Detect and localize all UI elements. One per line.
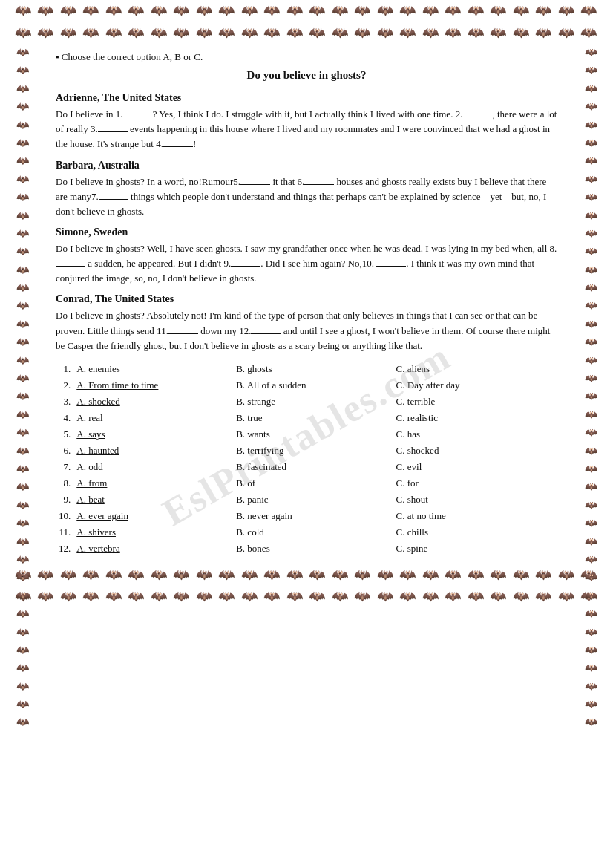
option-c: C. chills [393,524,557,541]
table-row: 2.A. From time to timeB. All of a sudden… [56,377,557,394]
table-row: 11.A. shiversB. coldC. chills [56,524,557,541]
option-b: B. strange [233,394,393,410]
main-title: Do you believe in ghosts? [56,69,557,82]
option-a: A. From time to time [73,377,233,394]
section-title-conrad: Conrad, The United States [56,293,557,305]
table-row: 4.A. realB. trueC. realistic [56,410,557,426]
table-row: 5.A. saysB. wantsC. has [56,426,557,443]
bottom-bat-border-1: 🦇 🦇 🦇 🦇 🦇 🦇 🦇 🦇 🦇 🦇 🦇 🦇 🦇 🦇 🦇 🦇 🦇 🦇 🦇 🦇 … [0,564,613,587]
side-bats-right: 🦇🦇🦇 🦇🦇🦇 🦇🦇🦇 🦇🦇🦇 🦇🦇🦇 🦇🦇🦇 🦇🦇🦇 🦇🦇🦇 🦇🦇🦇 🦇🦇🦇 … [568,45,613,823]
option-b: B. fascinated [233,459,393,475]
question-number: 10. [56,508,73,524]
option-a: A. from [73,475,233,492]
option-c: C. shout [393,492,557,508]
table-row: 7.A. oddB. fascinatedC. evil [56,459,557,475]
table-row: 6.A. hauntedB. terrifyingC. shocked [56,443,557,459]
option-c: C. at no time [393,508,557,524]
bottom-bat-border-2: 🦇 🦇 🦇 🦇 🦇 🦇 🦇 🦇 🦇 🦇 🦇 🦇 🦇 🦇 🦇 🦇 🦇 🦇 🦇 🦇 … [0,586,613,608]
option-a: A. real [73,410,233,426]
option-c: C. terrible [393,394,557,410]
question-number: 8. [56,475,73,492]
option-b: B. true [233,410,393,426]
option-c: C. for [393,475,557,492]
section-title-adrienne: Adrienne, The United States [56,92,557,104]
table-row: 10.A. ever againB. never againC. at no t… [56,508,557,524]
option-a: A. enemies [73,361,233,377]
option-b: B. panic [233,492,393,508]
option-a: A. shocked [73,394,233,410]
table-row: 1.A. enemiesB. ghostsC. aliens [56,361,557,377]
section-text-adrienne: Do I believe in 1.? Yes, I think I do. I… [56,107,557,151]
option-b: B. cold [233,524,393,541]
section-text-barbara: Do I believe in ghosts? In a word, no!Ru… [56,174,557,219]
main-content: Choose the correct option A, B or C. Do … [48,44,565,564]
section-text-conrad: Do I believe in ghosts? Absolutely not! … [56,308,557,353]
option-b: B. wants [233,426,393,443]
section-title-simone: Simone, Sweden [56,226,557,238]
option-b: B. terrifying [233,443,393,459]
option-c: C. aliens [393,361,557,377]
option-c: C. has [393,426,557,443]
question-number: 4. [56,410,73,426]
section-text-simone: Do I believe in ghosts? Well, I have see… [56,241,557,286]
question-number: 5. [56,426,73,443]
question-number: 3. [56,394,73,410]
section-title-barbara: Barbara, Australia [56,160,557,172]
option-a: A. beat [73,492,233,508]
question-number: 9. [56,492,73,508]
option-a: A. ever again [73,508,233,524]
option-b: B. ghosts [233,361,393,377]
table-row: 8.A. fromB. ofC. for [56,475,557,492]
top-bat-border-1: 🦇 🦇 🦇 🦇 🦇 🦇 🦇 🦇 🦇 🦇 🦇 🦇 🦇 🦇 🦇 🦇 🦇 🦇 🦇 🦇 … [0,0,613,22]
question-number: 12. [56,541,73,557]
option-c: C. spine [393,541,557,557]
option-c: C. realistic [393,410,557,426]
questions-table: 1.A. enemiesB. ghostsC. aliens2.A. From … [56,361,557,557]
option-b: B. of [233,475,393,492]
option-c: C. Day after day [393,377,557,394]
question-number: 7. [56,459,73,475]
top-bat-border-2: 🦇 🦇 🦇 🦇 🦇 🦇 🦇 🦇 🦇 🦇 🦇 🦇 🦇 🦇 🦇 🦇 🦇 🦇 🦇 🦇 … [0,22,613,45]
question-number: 2. [56,377,73,394]
table-row: 9.A. beatB. panicC. shout [56,492,557,508]
table-row: 12.A. vertebraB. bonesC. spine [56,541,557,557]
side-bats-left: 🦇🦇🦇 🦇🦇🦇 🦇🦇🦇 🦇🦇🦇 🦇🦇🦇 🦇🦇🦇 🦇🦇🦇 🦇🦇🦇 🦇🦇🦇 🦇🦇🦇 … [0,45,45,823]
question-number: 11. [56,524,73,541]
option-a: A. vertebra [73,541,233,557]
option-c: C. evil [393,459,557,475]
option-a: A. haunted [73,443,233,459]
table-row: 3.A. shockedB. strangeC. terrible [56,394,557,410]
question-number: 1. [56,361,73,377]
option-a: A. shivers [73,524,233,541]
option-b: B. never again [233,508,393,524]
instruction-text: Choose the correct option A, B or C. [56,51,557,63]
option-a: A. odd [73,459,233,475]
option-b: B. bones [233,541,393,557]
option-b: B. All of a sudden [233,377,393,394]
option-a: A. says [73,426,233,443]
option-c: C. shocked [393,443,557,459]
question-number: 6. [56,443,73,459]
